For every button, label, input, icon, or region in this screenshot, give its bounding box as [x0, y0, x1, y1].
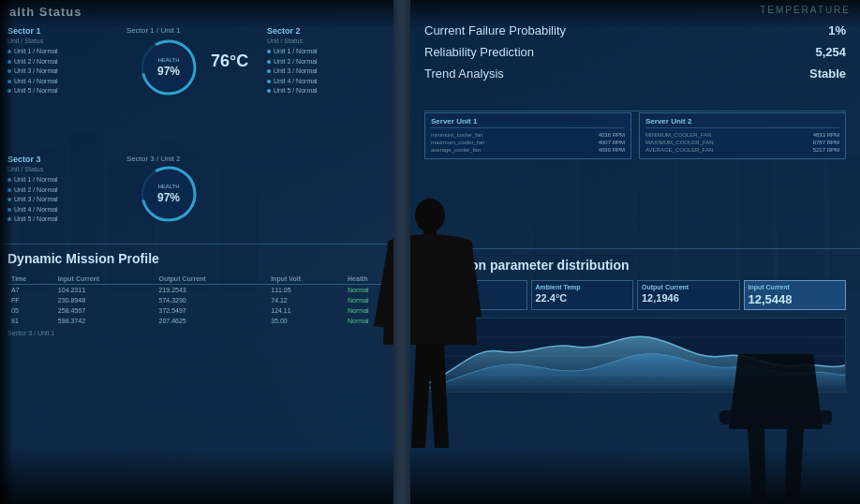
table-row: FF230.8948574.329074.12Normal	[7, 295, 403, 305]
sector3-unit5: Unit 5 / Normal	[7, 215, 120, 225]
temperature-display: 76°C	[211, 52, 248, 71]
col-input-current: Input Current	[54, 274, 156, 285]
server1-row2: maximum_cooler_fan 4007 RPM	[431, 140, 625, 145]
gauge1-container: HEALTH 97%	[139, 37, 200, 100]
server2-row2: MAXIMUM_COOLER_FAN 6787 RPM	[645, 140, 839, 145]
server2-panel: Server Unit 2 MINIMUM_COOLER_FAN 4833 RP…	[639, 112, 846, 159]
table-row: A7104.2311219.2543111.05Normal	[7, 285, 403, 296]
sector3-subtitle: Unit / Status	[7, 166, 120, 172]
sector1-unit5: Unit 5 / Normal	[7, 86, 120, 96]
svg-text:97%: 97%	[157, 191, 180, 204]
trend-value: Stable	[809, 67, 846, 81]
svg-text:HEALTH: HEALTH	[157, 57, 179, 63]
stats-panel: Current Failure Probability 1% Reliabili…	[424, 23, 846, 88]
sector1-unit2: Unit 2 / Normal	[7, 57, 120, 67]
sector3-unit2: Unit 2 / Normal	[7, 185, 120, 196]
svg-text:97%: 97%	[157, 65, 180, 78]
sector2-unit4: Unit 4 / Normal	[267, 77, 379, 87]
server2-row3: AVERAGE_COOLER_FAN 5217 RPM	[645, 147, 839, 153]
stats-divider	[424, 111, 846, 111]
left-ui: alth Status Sector 1 Unit / Status Unit …	[0, 0, 408, 504]
svg-rect-31	[719, 410, 832, 424]
sector2-unit-list: Unit 1 / Normal Unit 2 / Normal Unit 3 /…	[267, 47, 379, 96]
table-row: 05258.4567372.5497124.11Normal	[7, 305, 403, 316]
person-silhouette	[369, 195, 491, 467]
param-input-current: Input Current 12,5448	[744, 280, 847, 310]
sector2-panel: Sector 2 Unit / Status Unit 1 / Normal U…	[267, 26, 379, 96]
mission-profile-title: Dynamic Mission Profile	[7, 251, 159, 266]
scene-container: alth Status Sector 1 Unit / Status Unit …	[0, 0, 860, 504]
screen-left: alth Status Sector 1 Unit / Status Unit …	[0, 0, 408, 504]
sector3-unit3: Unit 3 / Normal	[7, 195, 120, 205]
chair-silhouette	[719, 354, 832, 504]
mission-table: Time Input Current Output Current Input …	[7, 274, 403, 326]
reliability-label: Reliability Prediction	[424, 45, 534, 59]
gauge2-container: HEALTH 97%	[139, 164, 200, 227]
sector3-unit4: Unit 4 / Normal	[7, 205, 120, 215]
col-input-volt: Input Volt	[267, 274, 344, 285]
sector1-panel: Sector 1 Unit / Status Unit 1 / Normal U…	[7, 26, 120, 96]
sector3-title: Sector 3	[7, 155, 120, 164]
sector3-unit2-label: Sector 3 / Unit 2	[126, 155, 180, 163]
param-ambient-temp: Ambient Temp 22.4°C	[531, 280, 634, 310]
reliability-value: 5,254	[815, 45, 846, 59]
svg-point-29	[415, 199, 445, 232]
server1-row1: minimum_cooler_fan 4036 RPM	[431, 132, 625, 138]
server-panels: Server Unit 1 minimum_cooler_fan 4036 RP…	[424, 112, 846, 159]
param-output-current: Output Current 12,1946	[637, 280, 740, 310]
sector2-unit2: Unit 2 / Normal	[267, 57, 379, 67]
sector1-unit-list: Unit 1 / Normal Unit 2 / Normal Unit 3 /…	[7, 47, 120, 96]
sector1-subtitle: Unit / Status	[7, 37, 120, 44]
sector1-unit1: Unit 1 / Normal	[7, 47, 120, 57]
server2-row1: MINIMUM_COOLER_FAN 4833 RPM	[645, 132, 839, 138]
sector1-unit4: Unit 4 / Normal	[7, 77, 120, 87]
sector3-unit-list: Unit 1 / Normal Unit 2 / Normal Unit 3 /…	[7, 175, 120, 225]
sector2-unit3: Unit 3 / Normal	[267, 67, 379, 77]
left-shadow	[0, 0, 14, 504]
mission-profile-table: Time Input Current Output Current Input …	[7, 274, 403, 336]
sector3-unit1: Unit 1 / Normal	[7, 175, 120, 185]
table-footer: Sector 3 / Unit 1	[7, 330, 403, 336]
sector3-panel: Sector 3 Unit / Status Unit 1 / Normal U…	[7, 155, 120, 225]
col-time: Time	[7, 274, 54, 285]
sector1-unit3: Unit 3 / Normal	[7, 67, 120, 77]
window-divider	[393, 0, 410, 504]
server1-panel: Server Unit 1 minimum_cooler_fan 4036 RP…	[424, 112, 631, 159]
sector2-unit5: Unit 5 / Normal	[267, 86, 379, 96]
server1-title: Server Unit 1	[431, 117, 625, 128]
svg-text:HEALTH: HEALTH	[157, 184, 179, 189]
sector2-unit1: Unit 1 / Normal	[267, 47, 379, 57]
sector2-subtitle: Unit / Status	[267, 37, 379, 44]
trend-row: Trend Analysis Stable	[424, 67, 846, 81]
server1-row3: average_cooler_fan 4090 RPM	[431, 147, 625, 153]
reliability-row: Reliability Prediction 5,254	[424, 45, 846, 59]
divider-line	[0, 244, 408, 245]
server2-title: Server Unit 2	[645, 117, 839, 128]
room-darkness-top	[0, 0, 860, 28]
table-row: 81598.3742207.462535.00Normal	[7, 316, 403, 326]
trend-label: Trend Analysis	[424, 67, 504, 81]
col-output-current: Output Current	[156, 274, 268, 285]
